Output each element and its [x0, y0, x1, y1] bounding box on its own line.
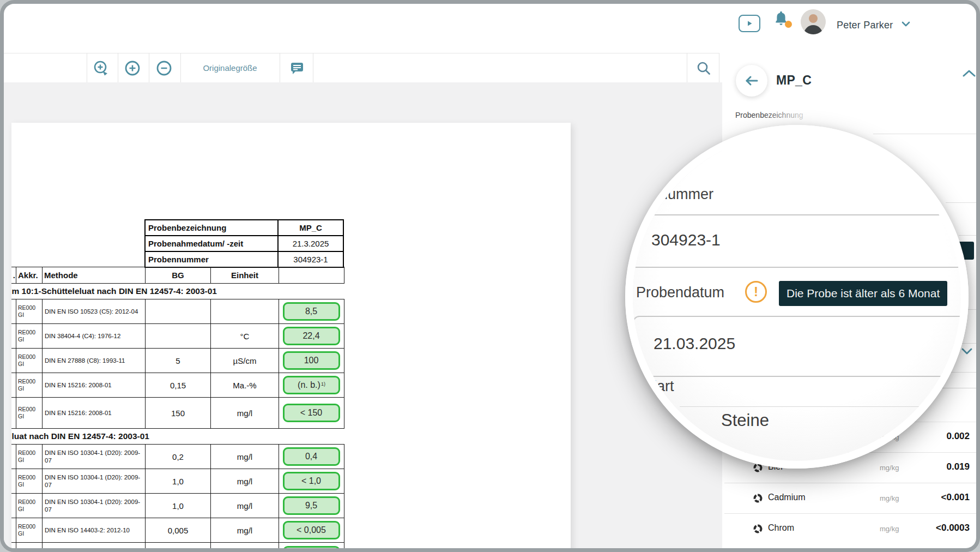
- abfallart-label: llart: [650, 378, 674, 395]
- labornummer-input[interactable]: 304923-1: [633, 214, 961, 268]
- play-icon: [746, 20, 753, 27]
- info-label: Probenahmedatum/ -zeit: [145, 236, 278, 251]
- mineral-icon: [753, 524, 763, 534]
- probendatum-input[interactable]: 21.03.2025: [633, 316, 961, 377]
- probendatum-label: Probendatum: [636, 284, 724, 301]
- notifications-button[interactable]: [773, 10, 791, 29]
- col-methode: Methode: [43, 267, 146, 284]
- zoom-area-button[interactable]: [92, 58, 111, 78]
- analyte-row[interactable]: Cadmium mg/kg <0.001: [724, 483, 977, 514]
- analyte-value: <0.0003: [936, 523, 970, 533]
- sample-title: MP_C: [776, 73, 812, 88]
- result-highlight[interactable]: < 150: [283, 404, 340, 422]
- sample-info-table: Probenbezeichnung MP_C Probenahmedatum/ …: [144, 219, 344, 268]
- zoom-in-icon: [124, 59, 141, 77]
- sample-age-tooltip: Die Probe ist älter als 6 Monat: [779, 281, 947, 306]
- zoom-area-icon: [93, 59, 110, 77]
- table-row: RE000 GIDIN EN 27888 (C8): 1993-11 5µS/c…: [11, 349, 344, 373]
- field-underline: [946, 202, 977, 203]
- field-underline: [873, 134, 978, 134]
- analyte-name: Chrom: [768, 523, 794, 533]
- document-viewer: Probenbezeichnung MP_C Probenahmedatum/ …: [4, 82, 722, 552]
- comments-button[interactable]: [287, 58, 307, 78]
- result-highlight[interactable]: 22,4: [283, 327, 340, 345]
- result-highlight[interactable]: < 0,005: [283, 521, 340, 539]
- magnifier-content: bornummer 304923-1 Probendatum ! Die Pro…: [633, 133, 961, 461]
- result-highlight[interactable]: < 1,0: [283, 472, 340, 490]
- result-highlight[interactable]: 100: [283, 351, 340, 370]
- zoom-in-button[interactable]: [123, 58, 142, 78]
- table-header-row: . Akkr. Methode BG Einheit: [11, 267, 344, 284]
- lab-results-table: . Akkr. Methode BG Einheit m 10:1-Schütt…: [11, 267, 344, 552]
- field-underline: [959, 235, 977, 236]
- section-header: luat nach DIN EN 12457-4: 2003-01: [11, 429, 344, 445]
- col-einheit: Einheit: [211, 267, 279, 284]
- info-value: 21.3.2025: [278, 236, 343, 251]
- result-highlight[interactable]: 9,5: [283, 496, 340, 515]
- analyte-value: 0.002: [946, 431, 970, 442]
- result-highlight[interactable]: < 0,005: [283, 546, 340, 552]
- notification-badge: [785, 21, 792, 28]
- table-row: RE000 GIDIN EN 15216: 2008-01 0,15Ma.-% …: [11, 373, 344, 398]
- arrow-left-icon: [745, 75, 759, 86]
- table-row: RE000 GIDIN EN ISO 14403-2: 2012-10 0,00…: [11, 543, 344, 552]
- table-row: RE000 GIDIN EN 15216: 2008-01 150mg/l < …: [11, 398, 344, 429]
- table-row: Probenbezeichnung MP_C: [145, 220, 343, 236]
- document-toolbar: Originalegröße: [4, 53, 719, 83]
- analyte-value: <0.001: [941, 492, 970, 503]
- analyte-unit: mg/kg: [880, 464, 899, 472]
- table-row: RE000 GIDIN EN ISO 10304-1 (D20): 2009-0…: [11, 469, 344, 494]
- analyte-value: 0.019: [946, 461, 970, 472]
- user-name[interactable]: Peter Parker: [837, 20, 893, 31]
- original-size-button[interactable]: Originalegröße: [180, 53, 280, 82]
- abfallart-value: Steine: [721, 411, 769, 430]
- result-highlight[interactable]: 0,4: [283, 447, 340, 466]
- collapse-chevron-up-icon[interactable]: [962, 69, 976, 78]
- user-menu-chevron-down-icon[interactable]: [901, 21, 911, 27]
- table-row: Probennummer 304923-1: [145, 251, 343, 267]
- table-row: RE000 GIDIN 38404-4 (C4): 1976-12 °C 22,…: [11, 324, 344, 349]
- analyte-unit: mg/kg: [880, 494, 899, 502]
- table-row: RE000 GIDIN EN ISO 10304-1 (D20): 2009-0…: [11, 494, 344, 518]
- info-value: 304923-1: [278, 251, 343, 267]
- zoom-out-icon: [155, 59, 173, 77]
- table-row: Probenahmedatum/ -zeit 21.3.2025: [145, 236, 343, 251]
- analyte-unit: mg/kg: [880, 525, 899, 533]
- analyte-name: Cadmium: [768, 493, 805, 502]
- result-highlight[interactable]: (n. b.)1): [283, 376, 340, 394]
- document-page: Probenbezeichnung MP_C Probenahmedatum/ …: [11, 123, 571, 552]
- comment-icon: [289, 60, 305, 76]
- search-button[interactable]: [694, 58, 713, 78]
- avatar[interactable]: [801, 9, 826, 34]
- mineral-icon: [753, 493, 763, 503]
- table-row: RE000 GIDIN EN ISO 14403-2: 2012-10 0,00…: [11, 518, 344, 543]
- info-label: Probennummer: [145, 251, 278, 267]
- app-window: Peter Parker: [0, 0, 980, 552]
- info-label: Probenbezeichnung: [145, 220, 278, 236]
- zoom-out-button[interactable]: [154, 58, 174, 78]
- table-row: RE000 GIDIN EN ISO 10304-1 (D20): 2009-0…: [11, 445, 344, 469]
- col-bg: BG: [146, 267, 211, 284]
- section-chevron-down-icon[interactable]: [961, 347, 973, 355]
- magnifier-lens: bornummer 304923-1 Probendatum ! Die Pro…: [625, 125, 969, 469]
- warning-icon: !: [745, 281, 767, 303]
- video-tutorial-button[interactable]: [739, 15, 760, 32]
- table-row: RE000 GIDIN EN ISO 10523 (C5): 2012-04 8…: [11, 299, 344, 324]
- search-icon: [695, 60, 712, 76]
- label-fade-overlay: [763, 107, 861, 123]
- back-button[interactable]: [736, 65, 767, 97]
- col-akkr: Akkr.: [16, 267, 43, 284]
- analyte-row[interactable]: Chrom mg/kg <0.0003: [724, 514, 977, 544]
- result-highlight[interactable]: 8,5: [283, 302, 340, 321]
- info-value: MP_C: [278, 220, 343, 236]
- section-header: m 10:1-Schütteleluat nach DIN EN 12457-4…: [11, 284, 344, 299]
- divider: [680, 406, 961, 407]
